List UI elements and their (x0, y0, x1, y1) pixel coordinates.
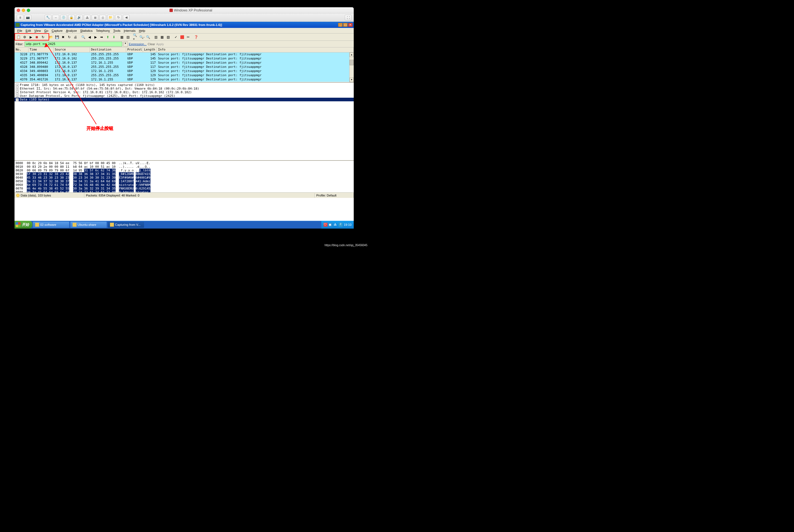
toolbar-misc2-icon[interactable]: 🟥 (179, 34, 185, 40)
col-time[interactable]: Time (29, 48, 54, 52)
toolbar-last-icon[interactable]: ⬇ (111, 34, 117, 40)
col-source[interactable]: Source (54, 48, 90, 52)
col-info[interactable]: Info (157, 48, 354, 52)
toolbar-reload-icon[interactable]: ↻ (67, 34, 72, 40)
tree-data[interactable]: +Data (103 bytes) (15, 98, 354, 101)
toolbar-help-icon[interactable]: ❓ (193, 34, 199, 40)
tree-ip[interactable]: +Internet Protocol Version 4, Src: 172.1… (15, 91, 354, 94)
taskbar-item[interactable]: Ubuntu-share (70, 222, 107, 228)
tree-udp[interactable]: +User Datagram Protocol, Src Port: fjits… (15, 94, 354, 98)
menu-go[interactable]: Go (42, 28, 50, 33)
toolbar-misc3-icon[interactable]: ✂ (185, 34, 191, 40)
toolbar-open-icon[interactable]: 📂 (48, 34, 54, 40)
toolbar-next-icon[interactable]: ▶ (93, 34, 98, 40)
win-minimize-button[interactable]: _ (338, 23, 343, 27)
packet-row[interactable]: 3229271.987977172.16.0.102255.255.255.25… (15, 57, 354, 61)
hex-row[interactable]: 0070 46 4e 4b 55 38 45 52 55 30 3a 36 32… (16, 187, 353, 190)
tree-frame[interactable]: +Frame 1718: 145 bytes on wire (1160 bit… (15, 83, 354, 87)
toolbar-restart-icon[interactable]: ↻ (40, 34, 46, 40)
tool-display-icon[interactable]: 🖥 (92, 15, 98, 20)
hex-row[interactable]: 0030 5f 30 23 31 32 38 23 42 38 38 36 38… (16, 172, 353, 176)
packet-bytes-pane[interactable]: 0000 00 0c 29 6b 84 18 54 ee 75 56 8f bf… (15, 160, 354, 192)
toolbar-save-icon[interactable]: 💾 (54, 34, 60, 40)
tool-wrench-icon[interactable]: 🔧 (45, 15, 51, 20)
filter-expression-link[interactable]: Expression... (129, 42, 147, 46)
toolbar-zoomout-icon[interactable]: 🔍- (139, 34, 145, 40)
hex-row[interactable]: 0010 00 83 29 2e 00 00 80 11 b8 64 ac 10… (16, 165, 353, 169)
toolbar-resize-icon[interactable]: ▥ (153, 34, 158, 40)
expand-icon[interactable]: + (16, 91, 19, 94)
toolbar-close-icon[interactable]: ✖ (60, 34, 66, 40)
taskbar-item[interactable]: 02-software (33, 222, 69, 228)
tool-sound-icon[interactable]: 🔊 (76, 15, 83, 20)
toolbar-stop-icon[interactable]: ⏹ (34, 34, 40, 40)
menu-capture[interactable]: Capture (50, 28, 64, 33)
hex-row[interactable]: 0020 00 66 09 79 09 79 00 6f 1d 95 31 5f… (16, 169, 353, 172)
tool-usb-icon[interactable]: ⎙ (99, 15, 106, 20)
wireshark-titlebar[interactable]: Capturing from VMware Accelerated AMD PC… (15, 22, 354, 28)
snapshot-button[interactable]: 📷 (24, 15, 31, 20)
toolbar-interfaces-icon[interactable]: 📋 (16, 34, 21, 40)
mac-titlebar[interactable]: Windows XP Professional (15, 7, 354, 13)
packet-row[interactable]: 4335349.400894172.16.0.137255.255.255.25… (15, 73, 354, 78)
menu-tools[interactable]: Tools (112, 28, 122, 33)
tool-lock-icon[interactable]: 🔒 (68, 15, 75, 20)
packet-scrollbar[interactable]: ▲ ▼ (349, 53, 354, 82)
toolbar-start-icon[interactable]: ▶ (28, 34, 34, 40)
system-tray[interactable]: 🛡 ▣ 🖧 Ƨ 19:10 (321, 221, 354, 229)
scroll-up-icon[interactable]: ▲ (349, 53, 354, 57)
menu-file[interactable]: File (16, 28, 24, 33)
col-no[interactable]: No. (15, 48, 29, 52)
tray-shield-icon[interactable]: 🛡 (324, 223, 327, 227)
col-length[interactable]: Length (143, 48, 157, 52)
tray-vmware-icon[interactable]: ▣ (328, 223, 333, 227)
tool-disk-icon[interactable]: 💿 (60, 15, 67, 20)
toolbar-filter-icon[interactable]: ▦ (159, 34, 165, 40)
mac-close-button[interactable] (17, 9, 20, 12)
toolbar-zoom100-icon[interactable]: 🔍 (145, 34, 151, 40)
pause-button[interactable]: ⏸ (17, 15, 23, 20)
tool-refresh-icon[interactable]: ↻ (115, 15, 122, 20)
toolbar-print-icon[interactable]: 🖨 (73, 34, 78, 40)
packet-row[interactable]: 4370354.401726172.16.0.137172.16.1.255UD… (15, 78, 354, 82)
toolbar-first-icon[interactable]: ⬆ (105, 34, 111, 40)
tray-lang-icon[interactable]: Ƨ (339, 223, 343, 227)
packet-row[interactable]: 4334349.400803172.16.0.137172.16.1.255UD… (15, 69, 354, 73)
expand-icon[interactable]: + (16, 95, 19, 98)
scroll-thumb[interactable] (349, 60, 354, 65)
toolbar-goto-icon[interactable]: ➡ (99, 34, 105, 40)
hex-row[interactable]: 0040 45 33 46 23 30 23 30 23 30 23 34 30… (16, 176, 353, 179)
start-button[interactable]: 开始 (15, 221, 32, 229)
hex-row[interactable]: 0000 00 0c 29 6b 84 18 54 ee 75 56 8f bf… (16, 162, 353, 165)
toolbar-options-icon[interactable]: ⚙ (22, 34, 27, 40)
packet-row[interactable]: 3228271.987779172.16.0.102255.255.255.25… (15, 53, 354, 57)
menu-telephony[interactable]: Telephony (94, 28, 111, 33)
expand-icon[interactable]: + (16, 98, 19, 101)
menu-statistics[interactable]: Statistics (78, 28, 94, 33)
hex-row[interactable]: 0060 6e 69 73 74 72 61 74 6f 72 3a 56 48… (16, 183, 353, 187)
win-maximize-button[interactable]: ▢ (343, 23, 347, 27)
tree-ethernet[interactable]: +Ethernet II, Src: 54:ee:75:56:8f:bf (54… (15, 87, 354, 91)
packet-list[interactable]: 3228271.987779172.16.0.102255.255.255.25… (15, 53, 354, 82)
menu-edit[interactable]: Edit (24, 28, 33, 33)
menu-internals[interactable]: Internals (122, 28, 137, 33)
toolbar-prev-icon[interactable]: ◀ (87, 34, 92, 40)
toolbar-find-icon[interactable]: 🔍 (80, 34, 86, 40)
packet-row[interactable]: 4327348.899442172.16.0.137172.16.1.255UD… (15, 61, 354, 65)
menu-help[interactable]: Help (137, 28, 147, 33)
hex-row[interactable]: 0080 39 3a 41 64 6d 69 6e 69 73 74 72 61… (16, 190, 353, 192)
mac-maximize-button[interactable] (27, 9, 30, 12)
filter-clear-link[interactable]: Clear (148, 42, 155, 46)
status-profile[interactable]: Profile: Default (315, 193, 354, 197)
fullscreen-button[interactable]: ⛶ (345, 15, 352, 20)
toolbar-misc1-icon[interactable]: ✓ (173, 34, 179, 40)
col-protocol[interactable]: Protocol (126, 48, 143, 52)
toolbar-autoscroll-icon[interactable]: ▤ (125, 34, 131, 40)
hex-row[interactable]: 0050 3a 31 34 37 32 38 30 37 34 34 31 3a… (16, 179, 353, 183)
expand-icon[interactable]: + (16, 84, 19, 87)
filter-input[interactable] (24, 42, 122, 46)
mac-minimize-button[interactable] (22, 9, 25, 12)
tool-expand-icon[interactable]: ↔ (53, 15, 59, 20)
toolbar-colorize-icon[interactable]: ▦ (119, 34, 125, 40)
menu-view[interactable]: View (33, 28, 43, 33)
